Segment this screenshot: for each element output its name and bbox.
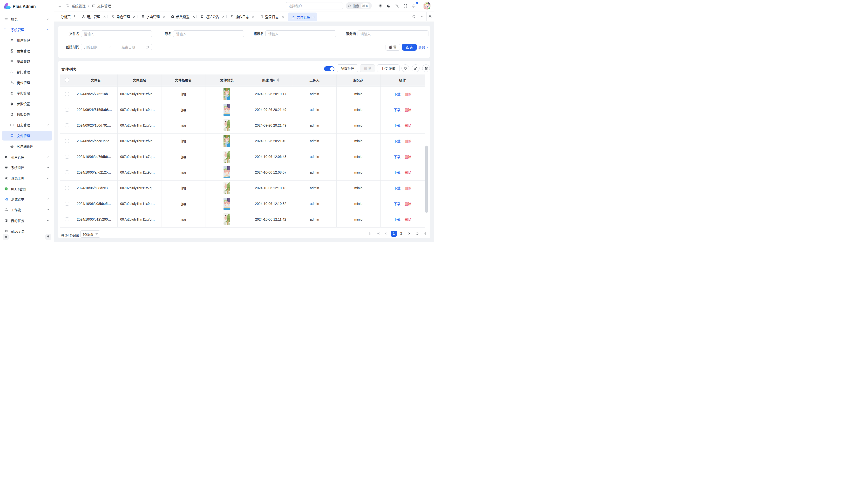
svg-text:DEV: DEV (11, 124, 13, 126)
